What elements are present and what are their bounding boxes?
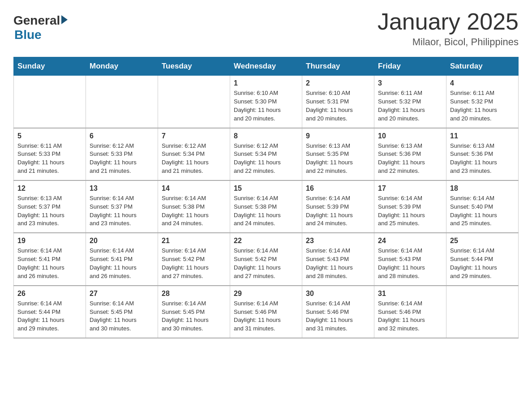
weekday-header-saturday: Saturday xyxy=(446,57,519,76)
day-number: 27 xyxy=(90,290,154,298)
day-number: 9 xyxy=(306,132,370,140)
day-info: Sunrise: 6:14 AMSunset: 5:43 PMDaylight:… xyxy=(306,247,370,280)
weekday-header-monday: Monday xyxy=(86,57,158,76)
calendar-cell: 15Sunrise: 6:14 AMSunset: 5:38 PMDayligh… xyxy=(230,180,302,233)
weekday-header-wednesday: Wednesday xyxy=(230,57,302,76)
day-number: 25 xyxy=(450,237,515,245)
day-number: 15 xyxy=(234,184,298,193)
calendar-cell: 17Sunrise: 6:14 AMSunset: 5:39 PMDayligh… xyxy=(374,180,446,233)
day-number: 16 xyxy=(306,184,370,193)
calendar-cell: 8Sunrise: 6:12 AMSunset: 5:34 PMDaylight… xyxy=(230,128,302,180)
day-number: 4 xyxy=(450,79,515,87)
day-number: 23 xyxy=(306,237,370,245)
day-number: 7 xyxy=(162,132,226,140)
day-number: 17 xyxy=(378,184,442,193)
logo-general-text: General xyxy=(13,13,60,28)
day-info: Sunrise: 6:14 AMSunset: 5:38 PMDaylight:… xyxy=(234,194,298,228)
calendar-cell: 31Sunrise: 6:14 AMSunset: 5:46 PMDayligh… xyxy=(374,286,446,338)
calendar-cell: 11Sunrise: 6:13 AMSunset: 5:36 PMDayligh… xyxy=(446,128,519,180)
calendar-week-row: 26Sunrise: 6:14 AMSunset: 5:44 PMDayligh… xyxy=(14,286,519,338)
day-info: Sunrise: 6:12 AMSunset: 5:34 PMDaylight:… xyxy=(234,142,298,176)
day-info: Sunrise: 6:13 AMSunset: 5:37 PMDaylight:… xyxy=(17,194,82,228)
day-number: 3 xyxy=(378,79,442,87)
weekday-header-sunday: Sunday xyxy=(14,57,86,76)
day-number: 20 xyxy=(90,237,154,245)
day-number: 31 xyxy=(378,290,442,298)
day-info: Sunrise: 6:12 AMSunset: 5:34 PMDaylight:… xyxy=(162,142,226,176)
weekday-header-row: SundayMondayTuesdayWednesdayThursdayFrid… xyxy=(14,57,519,76)
calendar-cell: 30Sunrise: 6:14 AMSunset: 5:46 PMDayligh… xyxy=(302,286,374,338)
day-number: 30 xyxy=(306,290,370,298)
calendar-cell xyxy=(14,76,86,128)
calendar-cell: 12Sunrise: 6:13 AMSunset: 5:37 PMDayligh… xyxy=(14,180,86,233)
day-number: 5 xyxy=(17,132,82,140)
calendar-cell: 26Sunrise: 6:14 AMSunset: 5:44 PMDayligh… xyxy=(14,286,86,338)
calendar-cell: 9Sunrise: 6:13 AMSunset: 5:35 PMDaylight… xyxy=(302,128,374,180)
calendar-cell: 28Sunrise: 6:14 AMSunset: 5:45 PMDayligh… xyxy=(158,286,230,338)
day-info: Sunrise: 6:10 AMSunset: 5:31 PMDaylight:… xyxy=(306,89,370,123)
day-number: 18 xyxy=(450,184,515,193)
day-info: Sunrise: 6:14 AMSunset: 5:44 PMDaylight:… xyxy=(17,300,82,333)
day-info: Sunrise: 6:14 AMSunset: 5:39 PMDaylight:… xyxy=(306,194,370,228)
day-info: Sunrise: 6:14 AMSunset: 5:37 PMDaylight:… xyxy=(90,194,154,228)
day-info: Sunrise: 6:13 AMSunset: 5:36 PMDaylight:… xyxy=(450,142,515,176)
day-info: Sunrise: 6:12 AMSunset: 5:33 PMDaylight:… xyxy=(90,142,154,176)
day-info: Sunrise: 6:14 AMSunset: 5:46 PMDaylight:… xyxy=(378,300,442,333)
calendar-cell: 19Sunrise: 6:14 AMSunset: 5:41 PMDayligh… xyxy=(14,233,86,285)
day-info: Sunrise: 6:10 AMSunset: 5:30 PMDaylight:… xyxy=(234,89,298,123)
day-info: Sunrise: 6:14 AMSunset: 5:43 PMDaylight:… xyxy=(378,247,442,280)
calendar-cell: 5Sunrise: 6:11 AMSunset: 5:33 PMDaylight… xyxy=(14,128,86,180)
weekday-header-tuesday: Tuesday xyxy=(158,57,230,76)
logo-blue-text: Blue xyxy=(14,28,42,42)
calendar-cell: 18Sunrise: 6:14 AMSunset: 5:40 PMDayligh… xyxy=(446,180,519,233)
location-title: Milaor, Bicol, Philippines xyxy=(378,36,519,48)
day-info: Sunrise: 6:13 AMSunset: 5:35 PMDaylight:… xyxy=(306,142,370,176)
calendar-week-row: 19Sunrise: 6:14 AMSunset: 5:41 PMDayligh… xyxy=(14,233,519,285)
day-info: Sunrise: 6:13 AMSunset: 5:36 PMDaylight:… xyxy=(378,142,442,176)
calendar-cell: 1Sunrise: 6:10 AMSunset: 5:30 PMDaylight… xyxy=(230,76,302,128)
calendar-cell: 6Sunrise: 6:12 AMSunset: 5:33 PMDaylight… xyxy=(86,128,158,180)
day-info: Sunrise: 6:14 AMSunset: 5:41 PMDaylight:… xyxy=(17,247,82,280)
calendar-cell xyxy=(86,76,158,128)
day-info: Sunrise: 6:14 AMSunset: 5:45 PMDaylight:… xyxy=(90,300,154,333)
day-info: Sunrise: 6:14 AMSunset: 5:44 PMDaylight:… xyxy=(450,247,515,280)
day-number: 28 xyxy=(162,290,226,298)
calendar-cell: 29Sunrise: 6:14 AMSunset: 5:46 PMDayligh… xyxy=(230,286,302,338)
day-number: 2 xyxy=(306,79,370,87)
day-info: Sunrise: 6:11 AMSunset: 5:33 PMDaylight:… xyxy=(17,142,82,176)
calendar-cell: 7Sunrise: 6:12 AMSunset: 5:34 PMDaylight… xyxy=(158,128,230,180)
day-info: Sunrise: 6:14 AMSunset: 5:40 PMDaylight:… xyxy=(450,194,515,228)
calendar-cell: 3Sunrise: 6:11 AMSunset: 5:32 PMDaylight… xyxy=(374,76,446,128)
calendar-header: SundayMondayTuesdayWednesdayThursdayFrid… xyxy=(14,57,519,76)
calendar-cell: 21Sunrise: 6:14 AMSunset: 5:42 PMDayligh… xyxy=(158,233,230,285)
calendar-cell: 2Sunrise: 6:10 AMSunset: 5:31 PMDaylight… xyxy=(302,76,374,128)
calendar-cell: 20Sunrise: 6:14 AMSunset: 5:41 PMDayligh… xyxy=(86,233,158,285)
calendar-body: 1Sunrise: 6:10 AMSunset: 5:30 PMDaylight… xyxy=(14,76,519,338)
day-number: 19 xyxy=(17,237,82,245)
day-number: 24 xyxy=(378,237,442,245)
day-info: Sunrise: 6:14 AMSunset: 5:46 PMDaylight:… xyxy=(234,300,298,333)
calendar-cell: 24Sunrise: 6:14 AMSunset: 5:43 PMDayligh… xyxy=(374,233,446,285)
day-number: 13 xyxy=(90,184,154,193)
month-title: January 2025 xyxy=(378,9,519,34)
day-number: 11 xyxy=(450,132,515,140)
day-number: 14 xyxy=(162,184,226,193)
page-header: General Blue January 2025 Milaor, Bicol,… xyxy=(13,9,519,48)
logo: General Blue xyxy=(13,13,68,42)
day-number: 26 xyxy=(17,290,82,298)
day-info: Sunrise: 6:14 AMSunset: 5:39 PMDaylight:… xyxy=(378,194,442,228)
calendar-cell: 10Sunrise: 6:13 AMSunset: 5:36 PMDayligh… xyxy=(374,128,446,180)
calendar-cell xyxy=(446,286,519,338)
day-number: 10 xyxy=(378,132,442,140)
calendar-week-row: 12Sunrise: 6:13 AMSunset: 5:37 PMDayligh… xyxy=(14,180,519,233)
calendar-week-row: 5Sunrise: 6:11 AMSunset: 5:33 PMDaylight… xyxy=(14,128,519,180)
day-info: Sunrise: 6:14 AMSunset: 5:42 PMDaylight:… xyxy=(234,247,298,280)
weekday-header-thursday: Thursday xyxy=(302,57,374,76)
calendar-table: SundayMondayTuesdayWednesdayThursdayFrid… xyxy=(13,57,519,338)
calendar-week-row: 1Sunrise: 6:10 AMSunset: 5:30 PMDaylight… xyxy=(14,76,519,128)
day-number: 22 xyxy=(234,237,298,245)
day-info: Sunrise: 6:14 AMSunset: 5:45 PMDaylight:… xyxy=(162,300,226,333)
weekday-header-friday: Friday xyxy=(374,57,446,76)
day-number: 21 xyxy=(162,237,226,245)
day-number: 6 xyxy=(90,132,154,140)
